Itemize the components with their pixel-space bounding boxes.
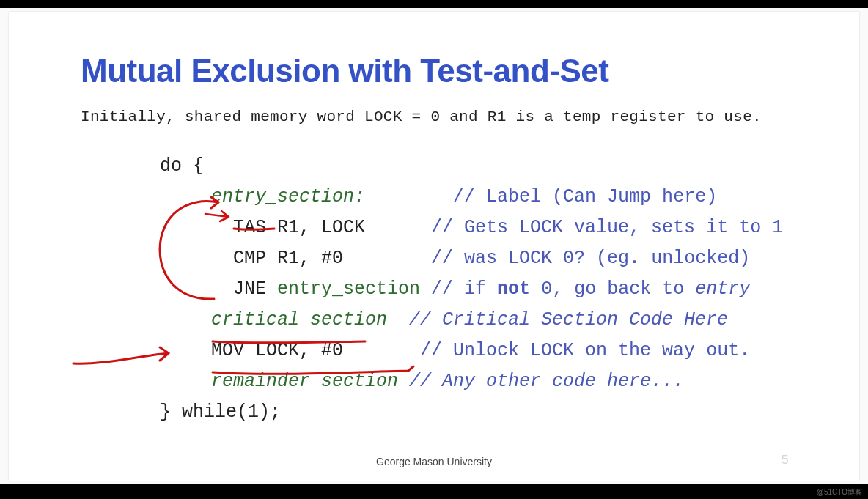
code-jne-entry-it: entry (695, 278, 750, 300)
code-do-open: do { (160, 155, 204, 177)
watermark: @51CTO博客 (817, 487, 862, 498)
code-jne-comment-pre: // if (420, 278, 497, 300)
code-jne-ref: entry_section (277, 278, 420, 300)
slide-container: Mutual Exclusion with Test-and-Set Initi… (0, 8, 868, 484)
letterbox-top (0, 0, 868, 8)
code-while-close: } while(1); (160, 402, 281, 423)
code-jne-comment-mid: 0, go back to (530, 278, 695, 300)
code-critical: critical section (211, 309, 387, 330)
slide: Mutual Exclusion with Test-and-Set Initi… (9, 12, 859, 481)
code-block: do { entry_section: // Label (Can Jump h… (160, 151, 783, 428)
code-cmp: CMP R1, #0 (233, 248, 343, 269)
code-critical-comment: // Critical Section Code Here (387, 309, 728, 330)
slide-number: 5 (781, 453, 789, 467)
code-tas: TAS R1, LOCK (233, 217, 365, 238)
code-mov-comment: // Unlock LOCK on the way out. (420, 340, 750, 361)
slide-subtitle: Initially, shared memory word LOCK = 0 a… (81, 108, 762, 125)
code-entry-label: entry_section: (211, 186, 365, 207)
code-remainder-comment: // Any other code here... (398, 371, 684, 392)
letterbox-bottom: @51CTO博客 (0, 484, 868, 499)
code-jne-not: not (497, 278, 530, 300)
code-mov: MOV LOCK, #0 (211, 340, 343, 361)
code-entry-comment: // Label (Can Jump here) (453, 186, 717, 207)
code-jne: JNE (233, 278, 277, 300)
code-cmp-comment: // was LOCK 0? (eg. unlocked) (431, 248, 750, 269)
slide-title: Mutual Exclusion with Test-and-Set (81, 53, 608, 89)
code-tas-comment: // Gets LOCK value, sets it to 1 (431, 217, 783, 238)
slide-footer: George Mason University (9, 456, 859, 467)
code-remainder: remainder section (211, 371, 398, 392)
